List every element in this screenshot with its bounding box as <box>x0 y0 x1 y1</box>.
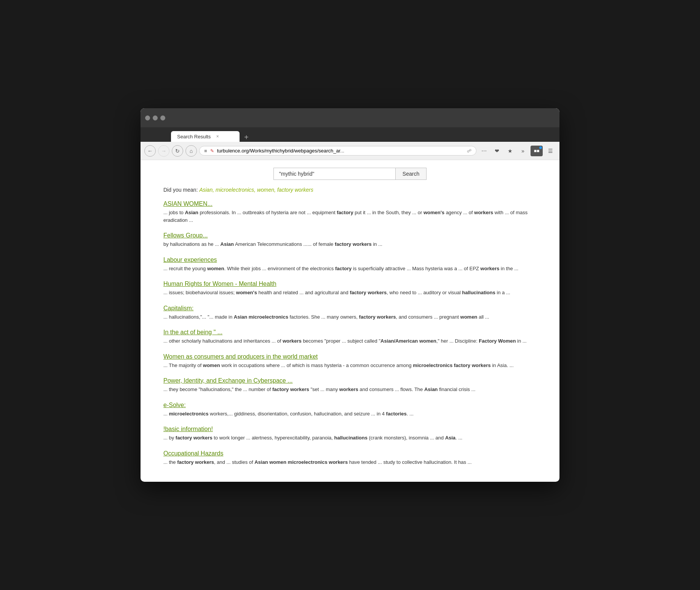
result-title[interactable]: !basic information! <box>163 426 537 433</box>
traffic-lights <box>145 115 165 120</box>
result-item: !basic information!... by factory worker… <box>163 426 537 442</box>
result-item: ASIAN WOMEN...... jobs to Asian professi… <box>163 200 537 224</box>
minimize-light[interactable] <box>153 115 158 120</box>
result-snippet: ... by factory workers to work longer ..… <box>163 434 537 442</box>
hamburger-menu-button[interactable]: ☰ <box>545 146 556 156</box>
shield-icon: ■ <box>204 148 207 154</box>
result-item: Capitalism:... hallucinations,"... "... … <box>163 305 537 321</box>
result-snippet: ... issues; biobehavioural issues; women… <box>163 289 537 297</box>
result-title[interactable]: Capitalism: <box>163 305 537 312</box>
home-button[interactable]: ⌂ <box>185 145 197 157</box>
result-snippet: ... they become "hallucinations," the ..… <box>163 386 537 393</box>
result-item: Labour experiences... recruit the young … <box>163 257 537 273</box>
result-title[interactable]: Power, Identity, and Exchange in Cybersp… <box>163 377 537 384</box>
search-input[interactable] <box>273 168 395 180</box>
menu-dots-button[interactable]: ⋯ <box>479 146 489 156</box>
tab-close-button[interactable]: × <box>214 133 221 139</box>
reader-icon: ☍ <box>467 148 471 154</box>
result-item: e-Solve:... microelectronics workers,...… <box>163 402 537 418</box>
result-item: Women as consumers and producers in the … <box>163 353 537 369</box>
result-title[interactable]: Labour experiences <box>163 257 537 263</box>
search-area: Search <box>163 168 537 180</box>
result-title[interactable]: In the act of being " ... <box>163 329 537 336</box>
active-tab[interactable]: Search Results × <box>171 131 240 142</box>
result-title[interactable]: Fellows Group... <box>163 232 537 239</box>
new-tab-button[interactable]: + <box>242 133 251 142</box>
close-light[interactable] <box>145 115 150 120</box>
result-title[interactable]: Women as consumers and producers in the … <box>163 353 537 360</box>
result-snippet: ... other scholarly hallucinations and i… <box>163 337 537 345</box>
result-snippet: ... recruit the young women. While their… <box>163 265 537 273</box>
result-item: Fellows Group...by hallucinations as he … <box>163 232 537 248</box>
tab-bar: Search Results × + <box>141 127 559 142</box>
result-snippet: ... microelectronics workers,... giddine… <box>163 410 537 418</box>
result-title[interactable]: Occupational Hazards <box>163 450 537 457</box>
result-item: Human Rights for Women - Mental Health..… <box>163 281 537 297</box>
title-bar <box>141 108 559 127</box>
pocket-button[interactable]: ❤ <box>492 146 502 156</box>
result-item: In the act of being " ...... other schol… <box>163 329 537 345</box>
bookmark-button[interactable]: ★ <box>505 146 515 156</box>
result-item: Occupational Hazards... the factory work… <box>163 450 537 466</box>
url-text: turbulence.org/Works/mythichybrid/webpag… <box>217 148 464 154</box>
result-title[interactable]: Human Rights for Women - Mental Health <box>163 281 537 287</box>
results-list: ASIAN WOMEN...... jobs to Asian professi… <box>163 200 537 466</box>
more-tools-button[interactable]: » <box>518 146 528 156</box>
extensions-button[interactable]: ■■ <box>531 146 543 156</box>
result-title[interactable]: ASIAN WOMEN... <box>163 200 537 207</box>
forward-button[interactable]: → <box>158 145 169 157</box>
result-title[interactable]: e-Solve: <box>163 402 537 409</box>
page-content: Search Did you mean: Asian, microelectro… <box>141 160 559 482</box>
extensions-notification-dot <box>539 146 542 149</box>
did-you-mean: Did you mean: Asian, microelectronics, w… <box>163 187 537 193</box>
address-bar[interactable]: ■ ✎ turbulence.org/Works/mythichybrid/we… <box>199 146 476 156</box>
result-snippet: ... the factory workers, and ... studies… <box>163 459 537 466</box>
edit-icon: ✎ <box>210 148 214 154</box>
result-snippet: ... hallucinations,"... "... made in Asi… <box>163 313 537 321</box>
reload-button[interactable]: ↻ <box>172 145 183 157</box>
result-snippet: ... The majority of women work in occupa… <box>163 362 537 369</box>
maximize-light[interactable] <box>160 115 165 120</box>
nav-icons-right: ⋯ ❤ ★ » ■■ ☰ <box>479 146 556 156</box>
result-snippet: ... jobs to Asian professionals. In ... … <box>163 209 537 224</box>
search-button[interactable]: Search <box>395 168 427 180</box>
back-button[interactable]: ← <box>144 145 156 157</box>
result-item: Power, Identity, and Exchange in Cybersp… <box>163 377 537 393</box>
browser-window: Search Results × + ← → ↻ ⌂ ■ ✎ turbulenc… <box>141 108 559 482</box>
tab-title: Search Results <box>177 134 211 139</box>
result-snippet: by hallucinations as he ... Asian Americ… <box>163 240 537 248</box>
did-you-mean-link[interactable]: Asian, microelectronics, women, factory … <box>199 187 313 193</box>
nav-bar: ← → ↻ ⌂ ■ ✎ turbulence.org/Works/mythich… <box>141 142 559 160</box>
